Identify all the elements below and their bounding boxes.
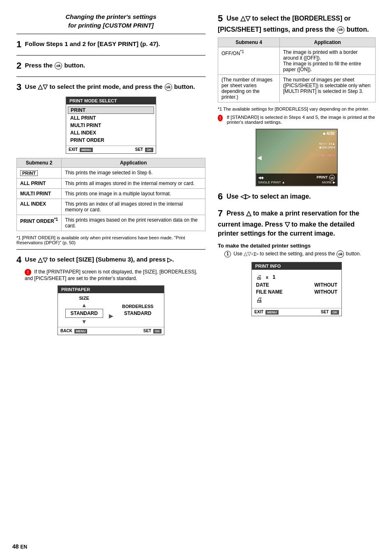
ok-icon-step5: ok [337, 26, 344, 34]
step7-block: 7 Press to make a print reservation for … [218, 207, 376, 316]
row-label-multiprint: MULTI PRINT [17, 189, 62, 199]
submenu2-table: Submenu 2 Application PRINT This prints … [16, 158, 205, 231]
menu-item-multi-print[interactable]: MULTI PRINT [66, 122, 156, 129]
menu-item-print[interactable]: PRINT [68, 107, 154, 114]
warning-icon-4: ! [25, 269, 31, 276]
row-desc-print: This prints the image selected in Step 6… [62, 168, 205, 178]
printpaper-menu: PRINTPAPER SIZE ▲ STANDARD ▼ ▶ BORDERLES [58, 285, 164, 335]
step2-heading: 2 Press the ok button. [16, 60, 205, 72]
printinfo-filename-row: FILE NAME WITHOUT [256, 289, 337, 295]
printinfo-title: PRINT INFO [252, 262, 341, 270]
step3-heading: 3 Use to select the print mode, and pres… [16, 81, 205, 94]
menu-key-exit: MENU [80, 148, 93, 152]
sub4-row2-label: (The number of images per sheet varies d… [218, 75, 280, 102]
menu-item-all-index[interactable]: ALL INDEX [66, 129, 156, 137]
printinfo-qty-suffix: x [266, 275, 268, 280]
ok-icon-step2: ok [55, 62, 62, 69]
warning-icon-5: ! [218, 115, 223, 121]
submenu2-col2: Application [62, 158, 205, 168]
row-desc-printorder: This prints images based on the print re… [62, 215, 205, 231]
tri-down-5 [245, 15, 250, 22]
print-mode-title: PRINT MODE SELECT [66, 97, 156, 104]
sub4-row1-desc: The image is printed with a border aroun… [279, 47, 375, 75]
tri-down-7 [285, 221, 290, 228]
printinfo-footer: EXIT MENU SET OK [252, 308, 341, 316]
step1-block: 1 Follow Steps 1 and 2 for [EASY PRINT] … [16, 38, 205, 51]
back-label: BACK MENU [60, 329, 87, 333]
tri-right-4 [167, 256, 172, 263]
submenu4-col2: Application [279, 38, 375, 47]
step6-heading: 6 Use to select an image. [218, 190, 376, 203]
tri-up-d [244, 251, 247, 257]
standard-note: ! If [STANDARD] is selected in Steps 4 a… [218, 115, 376, 125]
menu-key-set2: OK [153, 329, 161, 333]
circle-num-1: 1 [224, 251, 231, 257]
row-desc-allindex: This prints an index of all images store… [62, 199, 205, 215]
table-row: ALL INDEX This prints an index of all im… [17, 199, 205, 215]
step5-block: 5 Use to select the [BORDERLESS] or [PIC… [218, 12, 376, 186]
row-label-print: PRINT [17, 168, 62, 178]
set-label2: SET OK [143, 329, 161, 333]
cam-bottom-row2: SINGLE PRINT ▲ MORE ▶ [258, 181, 335, 184]
pp-borderless-label: BORDERLESS [122, 304, 153, 309]
ok-icon-detail: ok [337, 250, 344, 258]
detail-step1: 1 Use to select the setting, and press t… [224, 250, 376, 258]
tri-up-7 [246, 210, 251, 217]
print-mode-menu: PRINT MODE SELECT PRINT ALL PRINT MULTI … [66, 97, 156, 154]
tri-down-d [247, 251, 251, 257]
row-label-allprint: ALL PRINT [17, 178, 62, 189]
pp-down-arrow: ▼ [81, 319, 87, 324]
menu-item-all-print[interactable]: ALL PRINT [66, 114, 156, 122]
printinfo-body: 🖨 x 1 DATE WITHOUT FILE NAME WITHOUT [252, 270, 341, 308]
step4-note: ! If the [PRINTPAPER] screen is not disp… [16, 269, 205, 281]
printinfo-qty-row: 🖨 x 1 [256, 274, 337, 280]
tri-down-4 [43, 256, 48, 263]
printinfo-qty-val: 1 [272, 274, 275, 280]
page: Changing the printer's settings for prin… [0, 0, 392, 558]
step3-block: 3 Use to select the print mode, and pres… [16, 81, 205, 154]
tri-right-6 [245, 193, 250, 200]
tri-left-6 [240, 193, 245, 200]
submenu4-table: Submenu 4 Application OFF/ON*1 The image… [218, 37, 376, 102]
cam-arrow-keys: ◀◆ [258, 176, 264, 180]
tri-right-d [255, 251, 258, 257]
right-column: 5 Use to select the [BORDERLESS] or [PIC… [218, 12, 376, 339]
table-row: ALL PRINT This prints all images stored … [17, 178, 205, 189]
cam-bottom-overlay: ◀◆ PRINT ok SINGLE PRINT ▲ MORE ▶ [256, 174, 337, 185]
detail-heading: To make the detailed printer settings [218, 243, 376, 249]
date-val: WITHOUT [314, 282, 337, 288]
table-row: PRINT This prints the image selected in … [17, 168, 205, 178]
printpaper-footer: BACK MENU SET OK [58, 327, 164, 335]
printpaper-title: PRINTPAPER [58, 286, 164, 293]
menu-key-exit2: MENU [265, 310, 279, 315]
submenu2-col1: Submenu 2 [17, 158, 62, 168]
step4-block: 4 Use to select [SIZE] (Submenu 3), and … [16, 254, 205, 335]
table-row: OFF/ON*1 The image is printed with a bor… [218, 47, 376, 75]
cam-bottom-row1: ◀◆ PRINT ok [258, 175, 335, 181]
page-number: 48 EN [12, 543, 27, 550]
pp-size-value: STANDARD [65, 309, 103, 318]
cam-print-ok: PRINT ok [316, 175, 335, 181]
camera-display: ■ 4/30 ◀ N○○○ 14▲■100-0004 10/02/26▶ 12▶… [256, 129, 338, 186]
sub4-row2-desc: The number of images per sheet ([PICS/SH… [279, 75, 375, 102]
footnote1: *1 [PRINT ORDER] is available only when … [16, 235, 205, 245]
menu-item-print-order[interactable]: PRINT ORDER [66, 137, 156, 144]
row-label-allindex: ALL INDEX [17, 199, 62, 215]
tri-up-5 [240, 15, 245, 22]
pp-size-col: SIZE ▲ STANDARD ▼ [62, 296, 106, 324]
section-title: Changing the printer's settings for prin… [16, 12, 205, 30]
step6-block: 6 Use to select an image. [218, 190, 376, 203]
set-label3: SET OK [321, 310, 339, 315]
tri-left-d [251, 251, 255, 257]
menu-key-set: OK [145, 148, 153, 152]
set-label: SET OK [135, 147, 153, 152]
step2-block: 2 Press the ok button. [16, 60, 205, 72]
printer-icon: 🖨 [256, 296, 263, 303]
printinfo-printer-row: 🖨 [256, 296, 337, 304]
printinfo-qty-icon: 🖨 [256, 274, 262, 280]
pp-size-label: SIZE [79, 296, 89, 301]
table-row: PRINT ORDER*1 This prints images based o… [17, 215, 205, 231]
tri-up-icon [38, 83, 43, 90]
row-desc-multiprint: This prints one image in a multiple layo… [62, 189, 205, 199]
row-label-printorder: PRINT ORDER*1 [17, 215, 62, 231]
